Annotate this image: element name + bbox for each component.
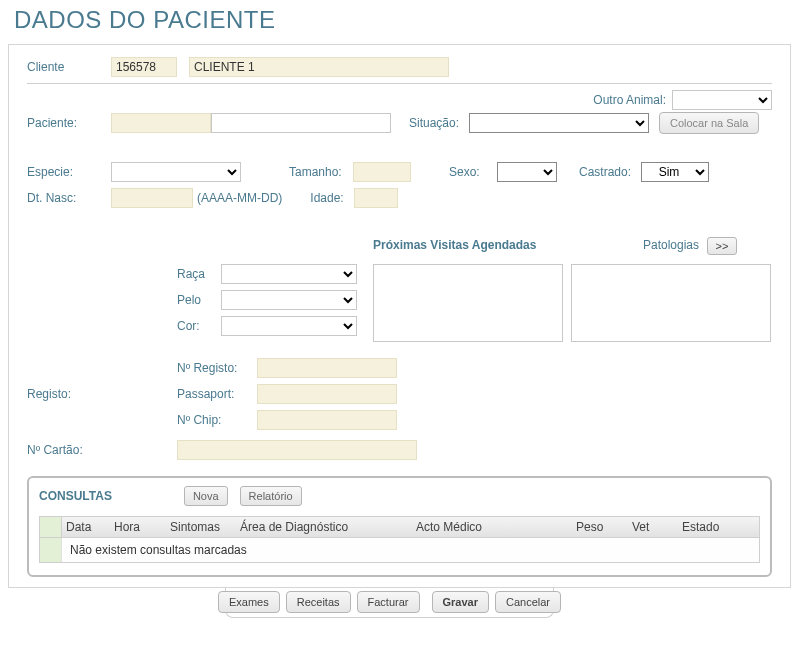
label-passaport: Passaport: (177, 387, 257, 401)
paciente-nome-input[interactable] (211, 113, 391, 133)
label-cliente: Cliente (27, 60, 111, 74)
idade-field (354, 188, 398, 208)
consultas-grid-header: Data Hora Sintomas Área de Diagnóstico A… (39, 516, 760, 538)
label-nchip: Nº Chip: (177, 413, 257, 427)
col-area-diag: Área de Diagnóstico (236, 520, 412, 534)
col-vet: Vet (628, 520, 678, 534)
paciente-code[interactable] (111, 113, 211, 133)
proximas-visitas-list[interactable] (373, 264, 563, 342)
receitas-button[interactable]: Receitas (286, 591, 351, 613)
dtnasc-field[interactable] (111, 188, 193, 208)
relatorio-button[interactable]: Relatório (240, 486, 302, 506)
nchip-field[interactable] (257, 410, 397, 430)
nova-button[interactable]: Nova (184, 486, 228, 506)
heading-proximas-visitas: Próximas Visitas Agendadas (373, 238, 536, 252)
col-data: Data (62, 520, 110, 534)
consultas-empty-msg: Não existem consultas marcadas (62, 543, 247, 557)
passaport-field[interactable] (257, 384, 397, 404)
label-sexo: Sexo: (449, 165, 497, 179)
exames-button[interactable]: Exames (218, 591, 280, 613)
label-idade: Idade: (310, 191, 354, 205)
patologias-expand-button[interactable]: >> (707, 237, 737, 255)
raca-select[interactable] (221, 264, 357, 284)
especie-select[interactable] (111, 162, 241, 182)
consultas-title: CONSULTAS (39, 489, 112, 503)
page-title: DADOS DO PACIENTE (0, 0, 799, 38)
heading-patologias: Patologias (643, 238, 699, 252)
cor-select[interactable] (221, 316, 357, 336)
label-dtnasc: Dt. Nasc: (27, 191, 111, 205)
label-registo: Registo: (27, 387, 177, 401)
patologias-list[interactable] (571, 264, 771, 342)
facturar-button[interactable]: Facturar (357, 591, 420, 613)
dtnasc-format: (AAAA-MM-DD) (197, 191, 282, 205)
situacao-select[interactable] (469, 113, 649, 133)
gravar-button[interactable]: Gravar (432, 591, 489, 613)
cliente-id: 156578 (111, 57, 177, 77)
ncartao-field[interactable] (177, 440, 417, 460)
label-tamanho: Tamanho: (289, 165, 353, 179)
label-situacao: Situação: (409, 116, 469, 130)
sexo-select[interactable] (497, 162, 557, 182)
col-peso: Peso (572, 520, 628, 534)
label-ncartao: Nº Cartão: (27, 443, 177, 457)
cancelar-button[interactable]: Cancelar (495, 591, 561, 613)
label-especie: Especie: (27, 165, 111, 179)
cliente-nome: CLIENTE 1 (189, 57, 449, 77)
pelo-select[interactable] (221, 290, 357, 310)
label-paciente: Paciente: (27, 116, 111, 130)
castrado-select[interactable]: Sim (641, 162, 709, 182)
divider (27, 83, 772, 84)
consultas-grid-body: Não existem consultas marcadas (39, 538, 760, 563)
nregisto-field[interactable] (257, 358, 397, 378)
label-nregisto: Nº Registo: (177, 361, 257, 375)
col-sintomas: Sintomas (166, 520, 236, 534)
col-hora: Hora (110, 520, 166, 534)
label-outro-animal: Outro Animal: (593, 93, 666, 107)
tamanho-field[interactable] (353, 162, 411, 182)
col-estado: Estado (678, 520, 719, 534)
patient-form: Cliente 156578 CLIENTE 1 Outro Animal: P… (8, 44, 791, 588)
outro-animal-select[interactable] (672, 90, 772, 110)
label-cor: Cor: (177, 319, 221, 333)
label-raca: Raça (177, 267, 221, 281)
consultas-panel: CONSULTAS Nova Relatório Data Hora Sinto… (27, 476, 772, 577)
label-pelo: Pelo (177, 293, 221, 307)
label-castrado: Castrado: (579, 165, 641, 179)
footer-actions: Exames Receitas Facturar Gravar Cancelar (225, 588, 554, 618)
colocar-sala-button[interactable]: Colocar na Sala (659, 112, 759, 134)
col-acto-medico: Acto Médico (412, 520, 572, 534)
